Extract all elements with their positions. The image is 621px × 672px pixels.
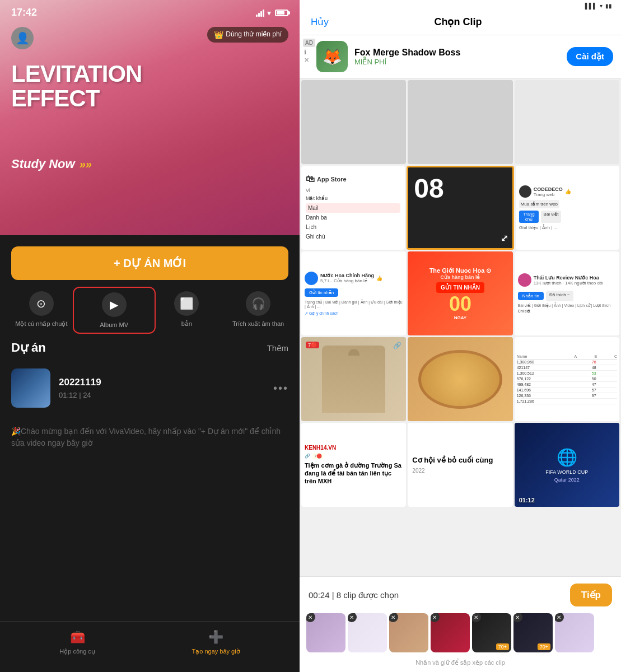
clip-badge: 70+ — [496, 643, 509, 650]
close-ad-icon[interactable]: ✕ — [304, 57, 309, 64]
grid-cell-food[interactable] — [408, 337, 512, 421]
media-grid: 🛍 App Store Vi Mật khẩu Mail Danh ba Lịc… — [300, 78, 621, 576]
hero-title: LEVITATIONEFFECT — [11, 62, 142, 111]
bottom-nav: 🧰 Hộp công cụ ➕ Tạo ngay bây giờ — [0, 621, 300, 672]
ad-app-icon: 🦊 — [316, 41, 348, 72]
clip-info-bar: 00:24 | 8 clip được chọn Tiếp — [300, 577, 621, 613]
grid-cell-thai-luu[interactable]: Thái Lưu Review Nước Hoa 13K lượt thích … — [515, 251, 619, 335]
left-panel: 17:42 ▾ 👤 👑 Dùng thử miền phí LEVITATION… — [0, 0, 300, 672]
draft-icon: ⬜ — [174, 291, 199, 316]
page-title: Chọn Clip — [434, 16, 482, 28]
clip-time-info: 00:24 | 8 clip được chọn — [309, 590, 399, 600]
project-info: 20221119 01:12 | 24 — [59, 377, 265, 399]
project-meta: 01:12 | 24 — [59, 391, 265, 399]
grid-cell-number[interactable]: 08 ⤢ — [407, 166, 513, 250]
grid-cell[interactable] — [408, 80, 512, 164]
grid-cell-codedeco[interactable]: CODEDECO Trang web 👍 Mua sắm trên web Tr… — [516, 166, 619, 250]
bottom-bar: 00:24 | 8 clip được chọn Tiếp ✕ ✕ ✕ ✕ ✕ … — [300, 576, 621, 672]
ad-free-label: MIỄN PHÍ — [354, 58, 560, 66]
selected-clip[interactable]: ✕ 70+ — [513, 613, 553, 652]
grid-cell[interactable] — [301, 80, 406, 164]
sort-hint: Nhấn và giữ để sắp xếp các clip — [300, 657, 621, 672]
project-options-button[interactable]: ••• — [273, 382, 288, 395]
quick-actions: ⊙ Một cú nhấp chuột ▶ Album MV ⬜ bản 🎧 T… — [0, 280, 300, 340]
selected-clip[interactable]: ✕ — [555, 613, 594, 652]
crown-icon: 👑 — [214, 30, 223, 39]
clip-duration: 01:12 — [519, 497, 535, 503]
ad-tag: AD — [303, 39, 315, 47]
install-button[interactable]: Cài đặt — [567, 47, 613, 66]
draft-label: bản — [181, 320, 192, 328]
projects-title: Dự án — [11, 340, 46, 355]
try-free-label: Dùng thử miền phí — [226, 30, 282, 39]
grid-row-1 — [301, 80, 619, 164]
grid-cell[interactable] — [515, 80, 619, 164]
toolbox-icon: 🧰 — [70, 630, 85, 645]
grid-cell-spreadsheet[interactable]: NameABC 1,308,96076 42114748 1,300,51253… — [515, 337, 619, 421]
projects-header: Dự án Thêm — [0, 340, 300, 362]
status-icons: ▾ — [256, 8, 288, 17]
grid-cell-worldcup[interactable]: 🌐 FIFA WORLD CUP Qatar 2022 01:12 — [515, 423, 619, 507]
remove-clip-button[interactable]: ✕ — [472, 613, 481, 622]
bottom-section: + DỰ ÁN MỚI ⊙ Một cú nhấp chuột ▶ Album … — [0, 235, 300, 672]
remove-clip-button[interactable]: ✕ — [306, 613, 315, 622]
grid-row-3: Nước Hoa Chính Hãng 5,7 l... Cửa hàng bá… — [301, 251, 619, 335]
create-label: Tạo ngay bây giờ — [192, 648, 240, 655]
selected-clip[interactable]: ✕ — [389, 613, 428, 652]
quick-click-icon: ⊙ — [29, 291, 54, 316]
grid-row-2: 🛍 App Store Vi Mật khẩu Mail Danh ba Lịc… — [301, 166, 619, 250]
remove-clip-button[interactable]: ✕ — [513, 613, 522, 622]
ad-text: Fox Merge Shadow Boss MIỄN PHÍ — [354, 48, 560, 66]
nav-create[interactable]: ➕ Tạo ngay bây giờ — [192, 630, 240, 655]
action-album-mv[interactable]: ▶ Album MV — [73, 287, 156, 334]
selected-clip[interactable]: ✕ — [306, 613, 345, 652]
grid-cell-appstore[interactable]: 🛍 App Store Vi Mật khẩu Mail Danh ba Lịc… — [301, 166, 405, 250]
action-quick-click[interactable]: ⊙ Một cú nhấp chuột — [6, 291, 77, 329]
action-export-audio[interactable]: 🎧 Trích xuất âm than — [222, 291, 294, 329]
project-item[interactable]: 20221119 01:12 | 24 ••• — [0, 362, 300, 414]
grid-cell-opportunity[interactable]: Cơ hội về bỏ cuối cùng 2022 — [408, 423, 512, 507]
quick-click-label: Một cú nhấp chuột — [15, 320, 67, 328]
next-button[interactable]: Tiếp — [570, 584, 612, 606]
cancel-button[interactable]: Hủy — [311, 16, 329, 28]
remove-clip-button[interactable]: ✕ — [389, 613, 398, 622]
export-audio-label: Trích xuất âm than — [232, 320, 284, 328]
selected-clip[interactable]: ✕ — [431, 613, 470, 652]
status-time: 17:42 — [11, 7, 37, 18]
ad-app-name: Fox Merge Shadow Boss — [354, 48, 560, 58]
selected-clip[interactable]: ✕ — [348, 613, 387, 652]
user-icon: 👤 — [16, 31, 30, 45]
try-free-button[interactable]: 👑 Dùng thử miền phí — [207, 27, 288, 43]
grid-row-5: KENH14.VN 🔗 7🔴 Tiệm cơm gà ở đường Trườn… — [301, 423, 619, 507]
projects-more-button[interactable]: Thêm — [267, 343, 288, 353]
right-status-bar: ▌▌▌ ▾ ▮▮ — [300, 0, 621, 11]
right-top-nav: Hủy Chọn Clip — [300, 11, 621, 35]
selected-clip[interactable]: ✕ 70+ — [472, 613, 511, 652]
remove-clip-button[interactable]: ✕ — [348, 613, 357, 622]
selected-clips-row: ✕ ✕ ✕ ✕ ✕ 70+ ✕ 70+ ✕ — [300, 613, 621, 657]
grid-cell-sale[interactable]: The Giới Nuoc Hoa ⊙ Cửa hàng bán lẻ GỬI … — [408, 251, 512, 335]
album-mv-icon: ▶ — [102, 292, 127, 317]
avatar-button[interactable]: 👤 — [11, 27, 34, 49]
create-icon: ➕ — [208, 630, 223, 645]
left-status-bar: 17:42 ▾ — [0, 0, 300, 23]
new-project-button[interactable]: + DỰ ÁN MỚI — [11, 246, 288, 280]
grid-cell-shirt[interactable]: 🔗 7🔴 — [301, 337, 406, 421]
wifi-icon: ▾ — [267, 8, 271, 17]
export-audio-icon: 🎧 — [246, 291, 270, 316]
grid-cell-fb1[interactable]: Nước Hoa Chính Hãng 5,7 l... Cửa hàng bá… — [301, 251, 406, 335]
hero-banner: 👤 👑 Dùng thử miền phí LEVITATIONEFFECT S… — [0, 0, 300, 235]
nav-toolbox[interactable]: 🧰 Hộp công cụ — [59, 630, 95, 655]
ad-banner: AD ℹ ✕ 🦊 Fox Merge Shadow Boss MIỄN PHÍ … — [300, 35, 621, 78]
grid-cell-hanoi[interactable]: KENH14.VN 🔗 7🔴 Tiệm cơm gà ở đường Trườn… — [301, 423, 406, 507]
action-draft[interactable]: ⬜ bản — [151, 291, 223, 329]
right-panel: ▌▌▌ ▾ ▮▮ Hủy Chọn Clip AD ℹ ✕ 🦊 Fox Merg… — [300, 0, 621, 672]
project-thumbnail — [11, 368, 50, 408]
album-mv-label: Album MV — [100, 321, 128, 328]
signal-icon — [256, 9, 264, 17]
remove-clip-button[interactable]: ✕ — [431, 613, 440, 622]
info-icon[interactable]: ℹ — [304, 49, 306, 56]
project-name: 20221119 — [59, 377, 265, 388]
toolbox-label: Hộp công cụ — [59, 648, 95, 655]
remove-clip-button[interactable]: ✕ — [555, 613, 564, 622]
